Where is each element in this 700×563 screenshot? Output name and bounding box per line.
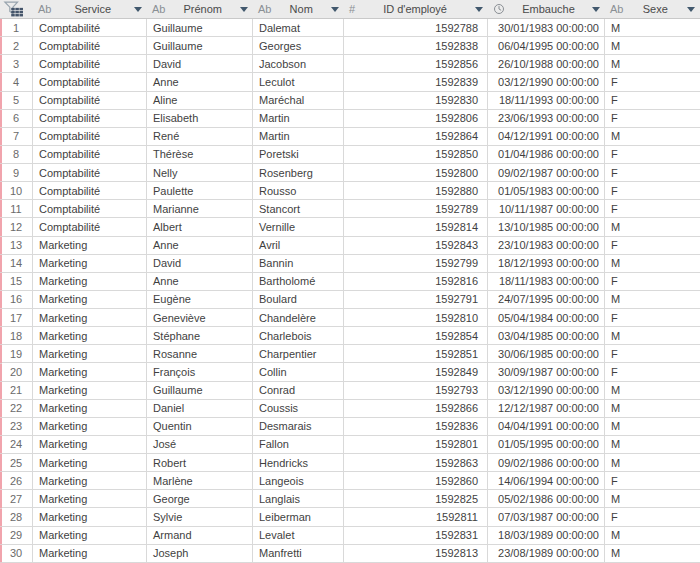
cell-service[interactable]: Marketing: [33, 327, 147, 345]
cell-embauche[interactable]: 03/04/1985 00:00:00: [488, 327, 605, 345]
column-header-service[interactable]: AbService: [33, 0, 147, 18]
cell-sexe[interactable]: F: [605, 92, 700, 110]
cell-sexe[interactable]: M: [605, 128, 700, 146]
cell-service[interactable]: Comptabilité: [33, 146, 147, 164]
cell-service[interactable]: Marketing: [33, 309, 147, 327]
cell-embauche[interactable]: 18/11/1993 00:00:00: [488, 92, 605, 110]
cell-id[interactable]: 1592831: [344, 527, 488, 545]
cell-sexe[interactable]: F: [605, 164, 700, 182]
cell-service[interactable]: Marketing: [33, 454, 147, 472]
cell-service[interactable]: Comptabilité: [33, 37, 147, 55]
cell-sexe[interactable]: M: [605, 327, 700, 345]
cell-embauche[interactable]: 30/09/1987 00:00:00: [488, 363, 605, 381]
column-header-prenom[interactable]: AbPrénom: [147, 0, 253, 18]
cell-embauche[interactable]: 01/05/1995 00:00:00: [488, 436, 605, 454]
cell-service[interactable]: Comptabilité: [33, 73, 147, 91]
cell-sexe[interactable]: M: [605, 382, 700, 400]
cell-sexe[interactable]: F: [605, 200, 700, 218]
cell-id[interactable]: 1592866: [344, 400, 488, 418]
cell-service[interactable]: Comptabilité: [33, 19, 147, 37]
cell-prenom[interactable]: Armand: [147, 527, 253, 545]
cell-embauche[interactable]: 10/11/1987 00:00:00: [488, 200, 605, 218]
cell-sexe[interactable]: F: [605, 472, 700, 490]
cell-embauche[interactable]: 13/10/1985 00:00:00: [488, 218, 605, 236]
cell-service[interactable]: Marketing: [33, 490, 147, 508]
cell-service[interactable]: Comptabilité: [33, 200, 147, 218]
cell-nom[interactable]: Bartholomé: [253, 273, 344, 291]
cell-id[interactable]: 1592793: [344, 382, 488, 400]
cell-id[interactable]: 1592811: [344, 508, 488, 526]
cell-prenom[interactable]: Guillaume: [147, 19, 253, 37]
cell-embauche[interactable]: 06/04/1995 00:00:00: [488, 37, 605, 55]
cell-service[interactable]: Marketing: [33, 237, 147, 255]
cell-service[interactable]: Marketing: [33, 345, 147, 363]
cell-id[interactable]: 1592788: [344, 19, 488, 37]
cell-sexe[interactable]: F: [605, 273, 700, 291]
cell-id[interactable]: 1592860: [344, 472, 488, 490]
cell-prenom[interactable]: Marianne: [147, 200, 253, 218]
cell-embauche[interactable]: 23/06/1993 00:00:00: [488, 110, 605, 128]
cell-prenom[interactable]: Aline: [147, 92, 253, 110]
cell-prenom[interactable]: José: [147, 436, 253, 454]
cell-sexe[interactable]: F: [605, 182, 700, 200]
cell-embauche[interactable]: 24/07/1995 00:00:00: [488, 291, 605, 309]
cell-id[interactable]: 1592839: [344, 73, 488, 91]
cell-nom[interactable]: Dalemat: [253, 19, 344, 37]
cell-id[interactable]: 1592838: [344, 37, 488, 55]
cell-embauche[interactable]: 04/04/1991 00:00:00: [488, 418, 605, 436]
cell-embauche[interactable]: 26/10/1988 00:00:00: [488, 55, 605, 73]
cell-sexe[interactable]: F: [605, 309, 700, 327]
text-type-icon[interactable]: Ab: [610, 4, 623, 15]
text-type-icon[interactable]: Ab: [152, 4, 165, 15]
cell-embauche[interactable]: 01/04/1986 00:00:00: [488, 146, 605, 164]
cell-prenom[interactable]: George: [147, 490, 253, 508]
cell-id[interactable]: 1592880: [344, 182, 488, 200]
cell-service[interactable]: Comptabilité: [33, 164, 147, 182]
filter-dropdown-arrow[interactable]: [134, 7, 142, 12]
cell-id[interactable]: 1592836: [344, 418, 488, 436]
cell-id[interactable]: 1592810: [344, 309, 488, 327]
cell-nom[interactable]: Chandelère: [253, 309, 344, 327]
cell-prenom[interactable]: Sylvie: [147, 508, 253, 526]
cell-id[interactable]: 1592814: [344, 218, 488, 236]
cell-nom[interactable]: Rosenberg: [253, 164, 344, 182]
cell-nom[interactable]: Poretski: [253, 146, 344, 164]
cell-id[interactable]: 1592830: [344, 92, 488, 110]
cell-nom[interactable]: Georges: [253, 37, 344, 55]
cell-embauche[interactable]: 05/02/1986 00:00:00: [488, 490, 605, 508]
cell-nom[interactable]: Charpentier: [253, 345, 344, 363]
filter-dropdown-arrow[interactable]: [240, 7, 248, 12]
cell-id[interactable]: 1592856: [344, 55, 488, 73]
cell-sexe[interactable]: M: [605, 490, 700, 508]
cell-sexe[interactable]: M: [605, 19, 700, 37]
cell-embauche[interactable]: 23/08/1989 00:00:00: [488, 545, 605, 563]
cell-service[interactable]: Marketing: [33, 527, 147, 545]
cell-nom[interactable]: Vernille: [253, 218, 344, 236]
cell-prenom[interactable]: David: [147, 255, 253, 273]
cell-nom[interactable]: Boulard: [253, 291, 344, 309]
cell-id[interactable]: 1592854: [344, 327, 488, 345]
cell-embauche[interactable]: 23/10/1983 00:00:00: [488, 237, 605, 255]
cell-embauche[interactable]: 07/03/1987 00:00:00: [488, 508, 605, 526]
cell-service[interactable]: Marketing: [33, 382, 147, 400]
cell-sexe[interactable]: F: [605, 73, 700, 91]
cell-prenom[interactable]: Guillaume: [147, 382, 253, 400]
cell-embauche[interactable]: 12/12/1987 00:00:00: [488, 400, 605, 418]
filter-dropdown-arrow[interactable]: [475, 7, 483, 12]
cell-nom[interactable]: Bannin: [253, 255, 344, 273]
cell-prenom[interactable]: Nelly: [147, 164, 253, 182]
cell-service[interactable]: Comptabilité: [33, 92, 147, 110]
cell-prenom[interactable]: Robert: [147, 454, 253, 472]
cell-nom[interactable]: Collin: [253, 363, 344, 381]
cell-nom[interactable]: Manfretti: [253, 545, 344, 563]
cell-nom[interactable]: Levalet: [253, 527, 344, 545]
cell-prenom[interactable]: Joseph: [147, 545, 253, 563]
cell-prenom[interactable]: Paulette: [147, 182, 253, 200]
cell-service[interactable]: Marketing: [33, 273, 147, 291]
cell-sexe[interactable]: M: [605, 400, 700, 418]
cell-sexe[interactable]: F: [605, 110, 700, 128]
cell-service[interactable]: Marketing: [33, 418, 147, 436]
cell-sexe[interactable]: M: [605, 454, 700, 472]
cell-sexe[interactable]: M: [605, 291, 700, 309]
cell-prenom[interactable]: François: [147, 363, 253, 381]
